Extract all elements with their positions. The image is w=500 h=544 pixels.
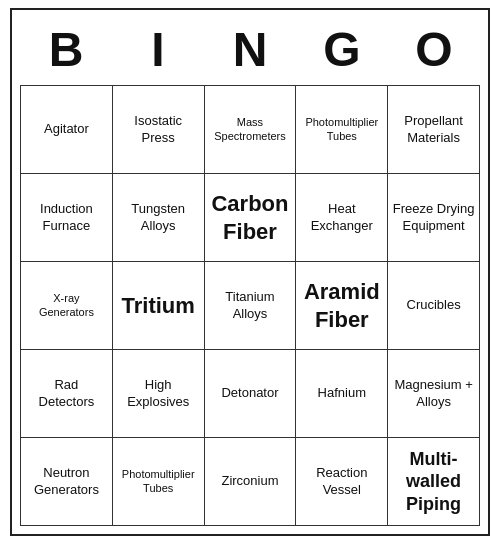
letter-i: I: [114, 22, 202, 77]
bingo-cell-3: Photomultiplier Tubes: [296, 86, 388, 174]
bingo-cell-23: Reaction Vessel: [296, 438, 388, 526]
cell-text-6: Tungsten Alloys: [117, 201, 200, 234]
letter-o: O: [390, 22, 478, 77]
bingo-cell-17: Detonator: [205, 350, 297, 438]
cell-text-7: Carbon Fiber: [209, 190, 292, 245]
bingo-cell-24: Multi-walled Piping: [388, 438, 480, 526]
bingo-cell-7: Carbon Fiber: [205, 174, 297, 262]
cell-text-13: Aramid Fiber: [300, 278, 383, 333]
cell-text-10: X-ray Generators: [25, 292, 108, 320]
letter-b: B: [22, 22, 110, 77]
bingo-cell-12: Titanium Alloys: [205, 262, 297, 350]
bingo-cell-1: Isostatic Press: [113, 86, 205, 174]
bingo-grid: AgitatorIsostatic PressMass Spectrometer…: [20, 85, 480, 526]
bingo-cell-16: High Explosives: [113, 350, 205, 438]
cell-text-21: Photomultiplier Tubes: [117, 468, 200, 496]
bingo-cell-11: Tritium: [113, 262, 205, 350]
letter-n: N: [206, 22, 294, 77]
cell-text-18: Hafnium: [318, 385, 366, 401]
cell-text-0: Agitator: [44, 121, 89, 137]
cell-text-8: Heat Exchanger: [300, 201, 383, 234]
letter-g: G: [298, 22, 386, 77]
cell-text-14: Crucibles: [407, 297, 461, 313]
cell-text-3: Photomultiplier Tubes: [300, 116, 383, 144]
bingo-cell-6: Tungsten Alloys: [113, 174, 205, 262]
bingo-cell-22: Zirconium: [205, 438, 297, 526]
cell-text-1: Isostatic Press: [117, 113, 200, 146]
bingo-card: B I N G O AgitatorIsostatic PressMass Sp…: [10, 8, 490, 536]
cell-text-20: Neutron Generators: [25, 465, 108, 498]
cell-text-15: Rad Detectors: [25, 377, 108, 410]
bingo-cell-13: Aramid Fiber: [296, 262, 388, 350]
cell-text-2: Mass Spectrometers: [209, 116, 292, 144]
bingo-cell-18: Hafnium: [296, 350, 388, 438]
cell-text-24: Multi-walled Piping: [392, 448, 475, 516]
bingo-cell-14: Crucibles: [388, 262, 480, 350]
bingo-header: B I N G O: [20, 18, 480, 85]
cell-text-5: Induction Furnace: [25, 201, 108, 234]
cell-text-12: Titanium Alloys: [209, 289, 292, 322]
cell-text-4: Propellant Materials: [392, 113, 475, 146]
bingo-cell-15: Rad Detectors: [21, 350, 113, 438]
cell-text-22: Zirconium: [221, 473, 278, 489]
bingo-cell-19: Magnesium + Alloys: [388, 350, 480, 438]
bingo-cell-21: Photomultiplier Tubes: [113, 438, 205, 526]
bingo-cell-4: Propellant Materials: [388, 86, 480, 174]
cell-text-11: Tritium: [122, 292, 195, 320]
cell-text-19: Magnesium + Alloys: [392, 377, 475, 410]
bingo-cell-9: Freeze Drying Equipment: [388, 174, 480, 262]
bingo-cell-2: Mass Spectrometers: [205, 86, 297, 174]
bingo-cell-10: X-ray Generators: [21, 262, 113, 350]
cell-text-16: High Explosives: [117, 377, 200, 410]
bingo-cell-5: Induction Furnace: [21, 174, 113, 262]
cell-text-17: Detonator: [221, 385, 278, 401]
cell-text-9: Freeze Drying Equipment: [392, 201, 475, 234]
bingo-cell-8: Heat Exchanger: [296, 174, 388, 262]
bingo-cell-20: Neutron Generators: [21, 438, 113, 526]
cell-text-23: Reaction Vessel: [300, 465, 383, 498]
bingo-cell-0: Agitator: [21, 86, 113, 174]
